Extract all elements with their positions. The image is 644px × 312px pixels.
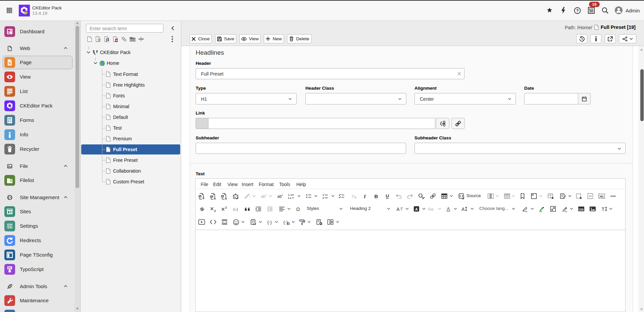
svg-text:Aa: Aa [428,207,434,212]
svg-text:A: A [461,207,465,212]
svg-text:A: A [447,207,450,211]
svg-text:2: 2 [323,196,324,199]
svg-text:U: U [386,193,389,198]
svg-text:A: A [396,207,400,212]
svg-text:{·}: {·} [267,220,272,225]
svg-text:T: T [351,194,354,199]
svg-text:{·}: {·} [283,220,288,225]
svg-text:1: 1 [265,194,267,196]
svg-text:PDF: PDF [210,195,213,197]
svg-text:2: 2 [225,206,227,209]
svg-text:1: 1 [323,193,324,196]
svg-text:?: ? [576,8,579,13]
svg-text:T: T [602,207,605,212]
svg-text:ab: ab [277,194,282,199]
svg-text:(–): (–) [233,207,238,211]
svg-text:ab: ab [261,194,265,199]
svg-text:I: I [363,194,366,199]
svg-text:W: W [199,195,201,197]
svg-text:W: W [221,195,224,197]
svg-text:HTML: HTML [579,208,584,210]
svg-text:2: 2 [214,209,216,212]
svg-text:1: 1 [282,194,283,196]
svg-text:A: A [415,207,418,211]
svg-text:Ω: Ω [296,206,300,212]
svg-text:1.: 1. [288,194,290,196]
svg-text:1.1.: 1.1. [288,197,292,199]
svg-text:H1: H1 [600,195,604,198]
svg-text:B: B [375,193,378,199]
